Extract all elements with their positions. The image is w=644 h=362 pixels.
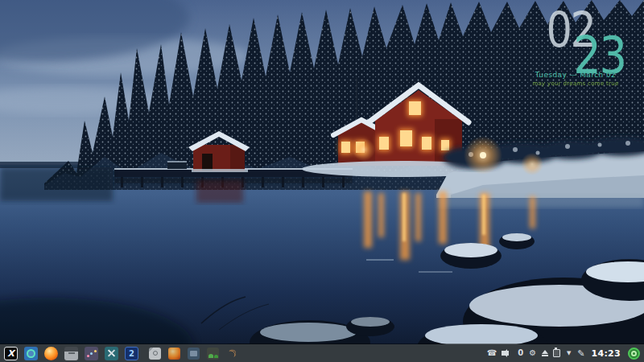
phone-connect-icon[interactable]: ☎ (487, 349, 497, 357)
software-center-launcher[interactable] (24, 347, 38, 360)
window-firefox[interactable] (168, 348, 180, 360)
battery-icon[interactable] (553, 349, 560, 357)
tray-clock[interactable]: 14:23 (591, 348, 621, 359)
taskbar: X 2 (0, 344, 644, 362)
document-viewer-icon: 2 (129, 349, 134, 358)
moon-icon: ☽ (225, 346, 240, 361)
system-tray: ☎ 0 ⚙ ▼ ✎ 14:23 (487, 348, 640, 360)
window-list: ☽ (149, 348, 238, 360)
launcher-group: X 2 (4, 347, 138, 360)
firefox-launcher[interactable] (44, 347, 58, 360)
settings-gear-icon[interactable]: ⚙ (529, 349, 536, 357)
window-files[interactable] (188, 348, 200, 360)
document-icon (153, 351, 158, 356)
drawer-icon (190, 351, 197, 356)
app-menu-icon: X (7, 348, 14, 359)
power-icon (631, 351, 637, 356)
dropdown-arrow-icon[interactable]: ▼ (565, 351, 572, 356)
pen-icon[interactable]: ✎ (577, 349, 584, 358)
media-dots-launcher[interactable] (85, 347, 98, 360)
software-center-icon (27, 349, 35, 358)
document-viewer-launcher[interactable]: 2 (125, 347, 138, 360)
volume-icon[interactable] (502, 351, 509, 356)
file-cabinet-icon (68, 352, 75, 354)
media-dots-icon (90, 352, 93, 355)
eject-icon[interactable] (541, 350, 548, 356)
window-system-monitor[interactable] (207, 348, 219, 360)
window-text-document[interactable] (149, 348, 161, 360)
app-menu-button[interactable]: X (4, 347, 18, 360)
build-tools-launcher[interactable] (105, 347, 118, 360)
window-moon-app[interactable]: ☽ (224, 344, 241, 361)
notification-count[interactable]: 0 (517, 349, 524, 357)
desktop[interactable]: 02 23 Tuesday — March 02 may your dreams… (0, 0, 644, 362)
file-cabinet-launcher[interactable] (64, 347, 78, 360)
graph-icon (208, 354, 213, 358)
power-button[interactable] (628, 348, 640, 360)
wallpaper-image (0, 0, 644, 362)
